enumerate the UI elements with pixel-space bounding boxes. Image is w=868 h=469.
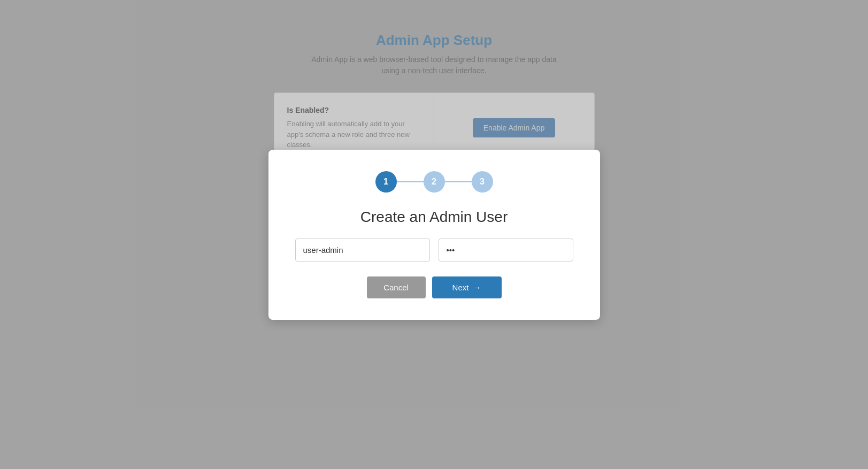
step-3: 3 (472, 171, 493, 193)
step-line-2 (445, 181, 472, 182)
step-line-1 (397, 181, 424, 182)
step-1-number: 1 (383, 177, 388, 187)
step-3-number: 3 (480, 177, 485, 187)
modal-overlay: 1 2 3 Create an Admin User Cancel Next → (0, 0, 868, 469)
next-button-arrow: → (473, 283, 481, 292)
modal-button-row: Cancel Next → (367, 276, 502, 298)
step-2-number: 2 (432, 177, 436, 187)
stepper: 1 2 3 (375, 171, 493, 193)
cancel-button[interactable]: Cancel (367, 276, 426, 298)
step-2: 2 (424, 171, 445, 193)
username-input[interactable] (295, 239, 430, 262)
next-button-label: Next (452, 283, 469, 292)
step-1: 1 (375, 171, 397, 193)
next-button[interactable]: Next → (432, 276, 502, 298)
password-input[interactable] (439, 239, 573, 262)
create-admin-user-modal: 1 2 3 Create an Admin User Cancel Next → (268, 150, 600, 320)
form-row (295, 239, 573, 262)
modal-title: Create an Admin User (360, 209, 508, 226)
